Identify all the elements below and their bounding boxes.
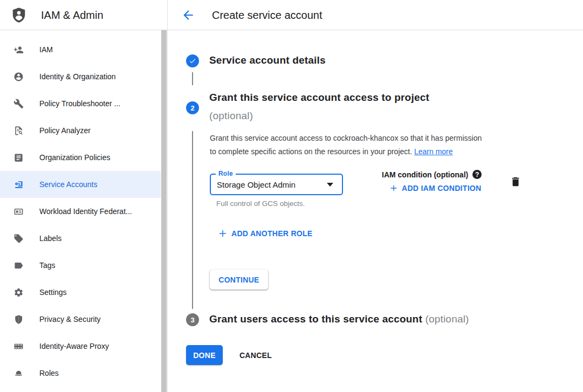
role-select[interactable]: Role Storage Object Admin bbox=[210, 174, 343, 195]
cancel-button[interactable]: CANCEL bbox=[234, 345, 278, 365]
role-selected-value: Storage Object Admin bbox=[217, 175, 296, 194]
gear-icon bbox=[13, 287, 24, 298]
page-title: Create service account bbox=[212, 0, 323, 30]
check-icon bbox=[189, 57, 196, 65]
plus-icon bbox=[218, 229, 228, 238]
sidebar-item-policy-analyzer[interactable]: Policy Analyzer bbox=[0, 117, 161, 144]
description-line1: Grant this service account access to coc… bbox=[210, 134, 482, 142]
sidebar-item-tags[interactable]: Tags bbox=[0, 252, 161, 279]
sidebar-item-label: Tags bbox=[39, 261, 56, 270]
sidebar-item-organization-policies[interactable]: Organization Policies bbox=[0, 144, 161, 171]
add-iam-condition-button[interactable]: ADD IAM CONDITION bbox=[389, 184, 481, 192]
identity-card-icon bbox=[13, 206, 24, 217]
proxy-grid-icon bbox=[13, 341, 24, 352]
role-helper-text: Full control of GCS objects. bbox=[216, 200, 305, 208]
sidebar-item-label: Organization Policies bbox=[39, 153, 111, 162]
sidebar-item-label: Identity-Aware Proxy bbox=[39, 342, 109, 350]
sidebar-item-label: IAM bbox=[39, 45, 53, 54]
plus-icon bbox=[389, 184, 398, 192]
learn-more-link[interactable]: Learn more bbox=[414, 147, 453, 156]
step2-number-badge: 2 bbox=[186, 101, 199, 114]
sidebar-item-label: Policy Troubleshooter ... bbox=[39, 99, 120, 108]
sidebar-item-label: Privacy & Security bbox=[39, 315, 101, 324]
sidebar-item-label: Workload Identity Federat... bbox=[39, 207, 132, 216]
create-service-account-form: Service account details 2 Grant this ser… bbox=[168, 30, 583, 392]
back-arrow-icon[interactable] bbox=[181, 8, 195, 22]
sidebar-item-label: Service Accounts bbox=[39, 180, 97, 189]
sidebar-item-iam[interactable]: IAM bbox=[0, 36, 161, 63]
app-brand: IAM & Admin bbox=[11, 0, 104, 30]
sidebar-item-label: Policy Analyzer bbox=[39, 126, 91, 135]
sidebar-item-roles[interactable]: Roles bbox=[0, 360, 161, 387]
document-lines-icon bbox=[13, 152, 24, 163]
sidebar-item-label: Settings bbox=[39, 288, 67, 297]
sidebar-item-identity-organization[interactable]: Identity & Organization bbox=[0, 63, 161, 90]
person-add-icon bbox=[13, 44, 24, 55]
sidebar-item-label: Roles bbox=[39, 369, 59, 377]
tag-arrow-icon bbox=[13, 260, 24, 271]
sidebar-item-privacy-security[interactable]: Privacy & Security bbox=[0, 306, 161, 333]
sidebar-scrollbar-thumb[interactable] bbox=[161, 30, 167, 392]
step1-title: Service account details bbox=[209, 54, 326, 66]
step3-title-row: Grant users access to this service accou… bbox=[209, 313, 469, 325]
sidebar-nav: IAM Identity & Organization Policy Troub… bbox=[0, 30, 161, 392]
step-connector bbox=[192, 131, 193, 309]
sidebar-item-policy-troubleshooter[interactable]: Policy Troubleshooter ... bbox=[0, 90, 161, 117]
step2-description: Grant this service account access to coc… bbox=[210, 132, 529, 159]
sidebar-item-settings[interactable]: Settings bbox=[0, 279, 161, 306]
description-line2: to complete specific actions on the reso… bbox=[210, 147, 412, 156]
service-account-key-icon bbox=[13, 179, 24, 190]
add-another-role-label: ADD ANOTHER ROLE bbox=[231, 229, 313, 238]
step2-title-line1: Grant this service account access to pro… bbox=[209, 92, 429, 104]
add-another-role-button[interactable]: ADD ANOTHER ROLE bbox=[218, 229, 313, 238]
step3-number-badge: 3 bbox=[186, 313, 199, 326]
app-title: IAM & Admin bbox=[41, 9, 104, 22]
step3-optional-label: (optional) bbox=[425, 313, 469, 325]
wrench-icon bbox=[13, 98, 24, 109]
help-icon[interactable]: ? bbox=[472, 170, 482, 179]
sidebar-item-service-accounts[interactable]: Service Accounts bbox=[0, 171, 161, 198]
done-button[interactable]: DONE bbox=[186, 345, 223, 365]
iam-admin-console: IAM & Admin Create service account IAM I… bbox=[0, 0, 583, 392]
sidebar-item-label: Labels bbox=[39, 234, 61, 243]
sidebar-scrollbar-track bbox=[161, 30, 167, 392]
step2-number: 2 bbox=[190, 104, 194, 112]
step2-title-line2: (optional) bbox=[209, 110, 253, 122]
top-header: IAM & Admin Create service account bbox=[0, 0, 583, 30]
policy-analyzer-icon bbox=[13, 125, 24, 136]
hat-icon bbox=[13, 368, 24, 379]
continue-button[interactable]: CONTINUE bbox=[210, 270, 268, 290]
step3-number: 3 bbox=[190, 316, 194, 324]
iam-condition-label: IAM condition (optional) bbox=[382, 170, 468, 179]
label-tag-icon bbox=[13, 233, 24, 244]
step-connector bbox=[192, 72, 193, 85]
sidebar-item-label: Identity & Organization bbox=[39, 72, 116, 81]
shield-person-icon bbox=[11, 7, 27, 23]
add-iam-condition-label: ADD IAM CONDITION bbox=[402, 184, 481, 192]
sidebar-item-labels[interactable]: Labels bbox=[0, 225, 161, 252]
iam-condition-label-row: IAM condition (optional) ? bbox=[382, 170, 482, 179]
step3-title: Grant users access to this service accou… bbox=[209, 313, 422, 325]
chevron-down-icon bbox=[327, 183, 333, 187]
step1-complete-badge bbox=[186, 54, 199, 67]
sidebar-item-workload-identity-federation[interactable]: Workload Identity Federat... bbox=[0, 198, 161, 225]
account-circle-icon bbox=[13, 71, 24, 82]
delete-role-trash-icon[interactable] bbox=[510, 176, 522, 188]
sidebar-item-identity-aware-proxy[interactable]: Identity-Aware Proxy bbox=[0, 333, 161, 360]
shield-half-icon bbox=[13, 314, 24, 325]
